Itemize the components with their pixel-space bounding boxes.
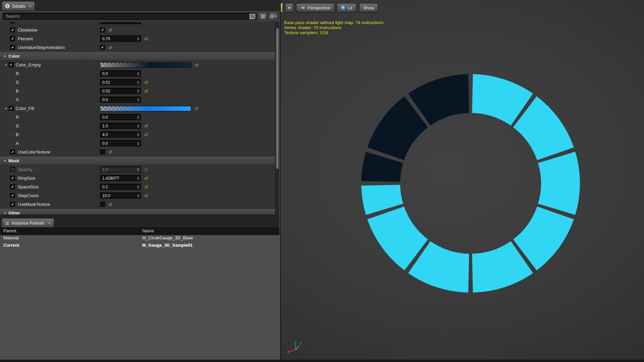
spinner-drag-icon[interactable] — [137, 89, 139, 93]
revert-to-default-icon[interactable]: ↺ — [144, 89, 148, 94]
a-field[interactable]: 0.0 — [100, 97, 141, 103]
revert-to-default-icon[interactable]: ↺ — [194, 63, 198, 67]
color-fill-swatch[interactable] — [100, 106, 191, 111]
parent-column-header[interactable]: Parent — [3, 228, 16, 233]
checkbox[interactable]: ✓ — [10, 27, 15, 33]
spinner-drag-icon[interactable] — [137, 142, 139, 145]
spinner-drag-icon[interactable] — [137, 81, 139, 84]
tab-instance-parents[interactable]: Instance Parents × — [2, 218, 54, 227]
checkbox[interactable] — [10, 167, 15, 172]
opacity-field[interactable]: 1.0 — [100, 166, 141, 173]
category-row-other[interactable]: ▾Other — [0, 209, 275, 215]
category-row-color[interactable]: ▾Color — [0, 52, 275, 61]
checkbox[interactable]: ✓ — [10, 36, 15, 41]
y-axis-label: Y — [300, 342, 302, 346]
stepcount-field[interactable]: 10.0 — [100, 192, 141, 199]
category-expander-icon[interactable]: ▾ — [4, 54, 6, 58]
value-field[interactable] — [100, 22, 141, 24]
revert-to-default-icon[interactable]: ↺ — [144, 167, 148, 172]
r-field[interactable]: 0.0 — [100, 114, 141, 120]
search-input[interactable] — [3, 13, 257, 20]
spinner-drag-icon[interactable] — [137, 98, 139, 102]
search-icon[interactable] — [249, 13, 256, 19]
x-axis-line — [289, 350, 296, 352]
viewport-options-button[interactable]: ▾ — [285, 3, 293, 12]
a-field[interactable]: 0.0 — [100, 140, 141, 146]
property-row-stepcount: ✓StepCount10.0↺ — [0, 191, 275, 200]
revert-to-default-icon[interactable]: ↺ — [194, 106, 198, 111]
property-expander-icon[interactable]: ▾ — [5, 63, 7, 67]
instance-parent-row[interactable]: CurrentM_Gauge_3D_Sample01 — [0, 242, 279, 249]
g-field[interactable]: 0.01 — [100, 79, 141, 85]
axis-gizmo: Y — [286, 337, 302, 355]
property-label-col: A — [0, 139, 98, 147]
checkbox[interactable]: ✓ — [100, 27, 105, 33]
color-empty-swatch[interactable] — [100, 62, 191, 68]
details-scrollbar[interactable] — [275, 22, 279, 215]
details-icon: i — [5, 4, 10, 8]
g-field[interactable]: 1.0 — [100, 123, 141, 129]
revert-to-default-icon[interactable]: ↺ — [108, 150, 112, 155]
show-button[interactable]: Show — [359, 3, 378, 12]
spinner-drag-icon[interactable] — [137, 37, 139, 41]
viewport-canvas[interactable]: ▾ Perspective Lit Show Base pass shader … — [281, 0, 644, 362]
revert-to-default-icon[interactable]: ↺ — [144, 185, 148, 189]
checkbox[interactable] — [100, 202, 105, 207]
name-column-header[interactable]: Name — [142, 228, 154, 233]
spinner-drag-icon[interactable] — [137, 133, 139, 136]
close-icon[interactable]: × — [48, 221, 51, 226]
checkbox[interactable]: ✓ — [10, 45, 15, 50]
revert-to-default-icon[interactable]: ↺ — [144, 124, 148, 128]
spinner-drag-icon[interactable] — [137, 124, 139, 128]
lit-button[interactable]: Lit — [337, 3, 357, 12]
close-icon[interactable]: × — [29, 4, 32, 9]
spinner-drag-icon[interactable] — [137, 116, 139, 119]
spacesize-field[interactable]: 0.2 — [100, 184, 141, 190]
revert-to-default-icon[interactable]: ↺ — [108, 45, 112, 50]
property-expander-icon[interactable]: ▾ — [5, 107, 7, 110]
checkbox[interactable]: ✓ — [9, 62, 14, 67]
checkbox[interactable]: ✓ — [100, 45, 105, 50]
number-value: 4.0 — [102, 132, 108, 137]
category-expander-icon[interactable]: ▾ — [4, 211, 6, 215]
perspective-button[interactable]: Perspective — [296, 3, 334, 12]
revert-to-default-icon[interactable]: ↺ — [144, 176, 148, 181]
checkbox[interactable]: ✓ — [10, 149, 15, 155]
property-label: B — [16, 132, 19, 137]
spinner-drag-icon[interactable] — [137, 185, 139, 189]
ringsize-field[interactable]: 1.428077 — [100, 175, 141, 181]
spinner-drag-icon[interactable] — [137, 72, 139, 75]
parent-cell: Material — [3, 235, 19, 240]
property-label: R — [16, 115, 19, 120]
category-expander-icon[interactable]: ▾ — [4, 159, 6, 163]
spinner-drag-icon[interactable] — [137, 22, 139, 23]
b-field[interactable]: 0.02 — [100, 88, 141, 94]
revert-to-default-icon[interactable]: ↺ — [144, 193, 148, 198]
percent-field[interactable]: 0.75 — [100, 36, 141, 42]
checkbox[interactable] — [100, 149, 105, 155]
spinner-drag-icon[interactable] — [137, 168, 139, 171]
instance-parents-tab-label: Instance Parents — [12, 221, 45, 226]
revert-to-default-icon[interactable]: ↺ — [108, 28, 112, 33]
revert-to-default-icon[interactable]: ↺ — [144, 37, 148, 41]
spinner-drag-icon[interactable] — [137, 177, 139, 180]
instance-parent-row[interactable]: MaterialM_CircleGauge_3D_Base — [0, 235, 279, 242]
spinner-drag-icon[interactable] — [137, 194, 139, 197]
revert-to-default-icon[interactable]: ↺ — [144, 132, 148, 137]
checkbox[interactable]: ✓ — [10, 193, 15, 198]
b-field[interactable]: 4.0 — [100, 131, 141, 138]
r-field[interactable]: 0.0 — [100, 70, 141, 77]
tab-details[interactable]: i Details × — [2, 1, 35, 10]
category-label: Other — [8, 210, 20, 215]
category-row-mask[interactable]: ▾Mask — [0, 157, 275, 165]
revert-to-default-icon[interactable]: ↺ — [108, 202, 112, 207]
view-options-button[interactable]: ▾ — [269, 12, 277, 20]
checkbox[interactable]: ✓ — [10, 202, 15, 207]
checkbox[interactable]: ✓ — [10, 184, 15, 189]
checkbox[interactable]: ✓ — [10, 22, 15, 23]
checkbox[interactable]: ✓ — [9, 106, 14, 111]
revert-to-default-icon[interactable]: ↺ — [144, 80, 148, 85]
scrollbar-thumb[interactable] — [276, 28, 279, 169]
column-view-button[interactable] — [259, 12, 267, 20]
checkbox[interactable]: ✓ — [10, 176, 15, 181]
